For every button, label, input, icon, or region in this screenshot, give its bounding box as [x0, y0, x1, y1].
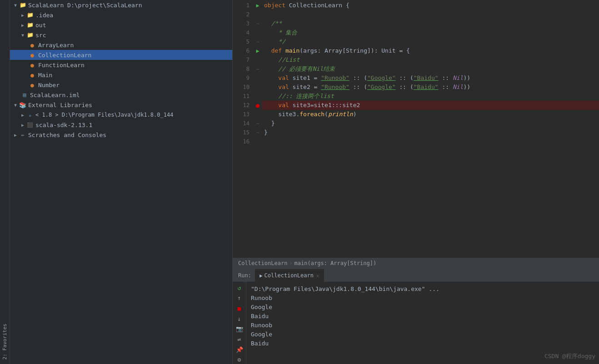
fold-icon-5[interactable]: −	[256, 39, 259, 44]
fold-icon-14[interactable]: −	[256, 121, 259, 126]
code-editor[interactable]: object CollectionLearn { /** * 集合 */ def…	[262, 0, 599, 257]
settings-button[interactable]: ⚙	[235, 355, 245, 364]
breadcrumb-file: CollectionLearn	[238, 260, 287, 266]
fold-icon-15[interactable]: −	[256, 130, 259, 135]
code-line-2	[262, 10, 599, 19]
gutter-14[interactable]: −	[253, 119, 262, 128]
stop-button[interactable]: ■	[235, 304, 245, 313]
code-line-11: //:: 连接两个list	[262, 92, 599, 101]
tree-item-iml[interactable]: ▤ ScalaLearn.iml	[10, 90, 232, 100]
tree-item-idea[interactable]: ▶ 📁 .idea	[10, 10, 232, 20]
number-label: Number	[38, 82, 60, 89]
ln-15: 15	[235, 128, 250, 137]
ln-7: 7	[235, 55, 250, 64]
gutter-11	[253, 92, 262, 101]
ln-4: 4	[235, 28, 250, 37]
iml-label: ScalaLearn.iml	[30, 92, 80, 98]
terminal-output: "D:\Program Files\Java\jdk1.8.0_144\bin\…	[246, 282, 599, 364]
arrow-scalasdk: ▶	[19, 123, 26, 128]
bottom-content: ↺ ↑ ■ ↓ 📷 ⇌ 📌 ⚙ "D:\Program Files\Java\j…	[233, 282, 599, 364]
gutter-8[interactable]: −	[253, 64, 262, 74]
run-icon-1[interactable]: ▶	[256, 2, 259, 9]
code-line-6: def main(args: Array[String]): Unit = {	[262, 46, 599, 55]
arrow-idea: ▶	[19, 13, 26, 18]
tree-item-scalalearn[interactable]: ▼ 📁 ScalaLearn D:\project\ScalaLearn	[10, 0, 232, 10]
tree-item-external[interactable]: ▼ 📚 External Libraries	[10, 100, 232, 110]
ln-16: 16	[235, 137, 250, 146]
run-tab-close[interactable]: ✕	[316, 273, 319, 278]
code-line-7: //List	[262, 55, 599, 64]
tree-item-functionlearn[interactable]: ● FunctionLearn	[10, 60, 232, 70]
pin-button[interactable]: 📌	[235, 345, 245, 354]
bottom-panel: Run: ▶ CollectionLearn ✕ ↺ ↑ ■ ↓ 📷 ⇌ 📌	[233, 269, 599, 364]
run-icon-6[interactable]: ▶	[256, 48, 259, 54]
code-line-1: object CollectionLearn {	[262, 1, 599, 10]
code-line-12: val site3=site1:::site2	[262, 101, 599, 110]
ln-6: 6	[235, 46, 250, 55]
run-tab-collectionlearn[interactable]: ▶ CollectionLearn ✕	[255, 269, 324, 282]
main-area: 2: Favorites ▼ 📁 ScalaLearn D:\project\S…	[0, 0, 599, 364]
output-line-2: Google	[251, 303, 594, 312]
arrow-src: ▼	[19, 33, 26, 38]
tree-item-out[interactable]: ▶ 📁 out	[10, 20, 232, 30]
ln-11: 11	[235, 92, 250, 101]
scratches-label: Scratches and Consoles	[28, 132, 106, 138]
gutter-6[interactable]: ▶	[253, 46, 262, 55]
sdk-icon: ⬛	[26, 121, 34, 128]
tree-item-collectionlearn[interactable]: ● CollectionLearn	[10, 50, 232, 60]
ln-3: 3	[235, 19, 250, 28]
code-line-3: /**	[262, 19, 599, 28]
scroll-down-button[interactable]: ↓	[235, 315, 245, 323]
ext-icon: 📚	[19, 101, 26, 108]
breadcrumb-separator: ›	[289, 260, 292, 266]
wrap-button[interactable]: ⇌	[235, 335, 245, 344]
scalasdk-label: scala-sdk-2.13.1	[35, 122, 92, 128]
code-line-5: */	[262, 37, 599, 46]
scala-icon-main: ●	[28, 71, 36, 79]
tree-item-src[interactable]: ▼ 📁 src	[10, 30, 232, 40]
code-line-13: site3.foreach(println)	[262, 110, 599, 119]
file-tree-sidebar: ▼ 📁 ScalaLearn D:\project\ScalaLearn ▶ 📁…	[10, 0, 233, 364]
scala-icon-arraylearn: ●	[28, 41, 36, 49]
scala-icon-collectionlearn: ●	[28, 51, 36, 59]
scroll-up-button[interactable]: ↑	[235, 294, 245, 303]
tree-item-scratches[interactable]: ▶ ✏️ Scratches and Consoles	[10, 130, 232, 140]
arraylearn-label: ArrayLearn	[38, 42, 74, 49]
arrow-out: ▶	[19, 23, 26, 28]
run-tab-label: CollectionLearn	[265, 272, 314, 279]
cmd-text: "D:\Program Files\Java\jdk1.8.0_144\bin\…	[251, 285, 439, 292]
tree-item-main[interactable]: ● Main	[10, 70, 232, 80]
external-label: External Libraries	[28, 102, 92, 108]
collectionlearn-label: CollectionLearn	[38, 52, 91, 59]
code-gutter: ▶ − − ▶ − ● − −	[253, 0, 262, 257]
scala-icon-functionlearn: ●	[28, 61, 36, 69]
bottom-sidebar-icons: ↺ ↑ ■ ↓ 📷 ⇌ 📌 ⚙	[233, 282, 246, 364]
gutter-3[interactable]: −	[253, 19, 262, 28]
gutter-16	[253, 137, 262, 146]
screenshot-button[interactable]: 📷	[235, 325, 245, 334]
fold-icon-3[interactable]: −	[256, 21, 259, 26]
code-line-9: val site1 = "Runoob" :: ("Google" :: ("B…	[262, 74, 599, 83]
tree-item-number[interactable]: ● Number	[10, 80, 232, 90]
tree-item-arraylearn[interactable]: ● ArrayLearn	[10, 40, 232, 50]
ln-14: 14	[235, 119, 250, 128]
favorites-label[interactable]: 2: Favorites	[2, 324, 8, 359]
gutter-13	[253, 110, 262, 119]
code-line-16	[262, 137, 599, 146]
output-line-4: Runoob	[251, 321, 594, 330]
tree-item-jdk[interactable]: ▶ ☕ < 1.8 > D:\Program Files\Java\jdk1.8…	[10, 110, 232, 120]
gutter-10	[253, 83, 262, 92]
fold-icon-8[interactable]: −	[256, 67, 259, 72]
gutter-5[interactable]: −	[253, 37, 262, 46]
gutter-15[interactable]: −	[253, 128, 262, 137]
idea-label: .idea	[35, 12, 53, 19]
gutter-9	[253, 74, 262, 83]
gutter-1[interactable]: ▶	[253, 1, 262, 10]
gutter-12[interactable]: ●	[253, 101, 262, 110]
scalalearn-label: ScalaLearn D:\project\ScalaLearn	[28, 2, 142, 9]
ln-8: 8	[235, 64, 250, 74]
tree-item-scalasdk[interactable]: ▶ ⬛ scala-sdk-2.13.1	[10, 120, 232, 130]
run-label: Run:	[235, 272, 255, 279]
breakpoint-icon-12[interactable]: ●	[256, 102, 260, 109]
rerun-button[interactable]: ↺	[235, 284, 245, 292]
